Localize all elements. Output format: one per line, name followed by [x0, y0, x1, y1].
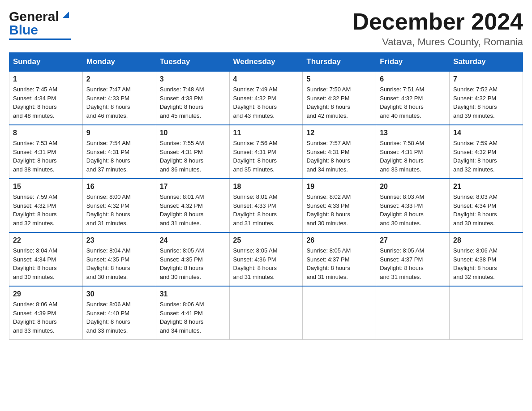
- day-number: 9: [86, 129, 152, 137]
- calendar-week-row: 8 Sunrise: 7:53 AM Sunset: 4:31 PM Dayli…: [9, 125, 523, 179]
- page-header: General Blue December 2024 Vatava, Mures…: [9, 9, 523, 48]
- table-row: 4 Sunrise: 7:49 AM Sunset: 4:32 PM Dayli…: [229, 71, 303, 125]
- day-info: Sunrise: 7:45 AM Sunset: 4:34 PM Dayligh…: [13, 85, 79, 120]
- table-row: 31 Sunrise: 8:06 AM Sunset: 4:41 PM Dayl…: [156, 286, 229, 340]
- day-number: 2: [86, 75, 152, 83]
- table-row: 10 Sunrise: 7:55 AM Sunset: 4:31 PM Dayl…: [156, 125, 229, 179]
- day-info: Sunrise: 8:04 AM Sunset: 4:34 PM Dayligh…: [13, 246, 79, 281]
- table-row: 11 Sunrise: 7:56 AM Sunset: 4:31 PM Dayl…: [229, 125, 303, 179]
- day-number: 11: [233, 129, 299, 137]
- location: Vatava, Mures County, Romania: [352, 36, 523, 48]
- logo-general-text: General: [9, 9, 59, 24]
- day-number: 26: [306, 236, 372, 244]
- day-info: Sunrise: 8:01 AM Sunset: 4:33 PM Dayligh…: [233, 193, 299, 227]
- table-row: [229, 286, 303, 340]
- day-info: Sunrise: 7:58 AM Sunset: 4:31 PM Dayligh…: [380, 139, 446, 174]
- table-row: 2 Sunrise: 7:47 AM Sunset: 4:33 PM Dayli…: [82, 71, 156, 125]
- day-info: Sunrise: 7:54 AM Sunset: 4:31 PM Dayligh…: [86, 139, 152, 174]
- day-number: 21: [453, 183, 519, 191]
- month-title: December 2024: [352, 9, 523, 34]
- col-wednesday: Wednesday: [229, 53, 303, 72]
- day-number: 31: [160, 290, 226, 298]
- logo-underline: [9, 39, 71, 40]
- day-number: 30: [86, 290, 152, 298]
- day-number: 28: [453, 236, 519, 244]
- table-row: 19 Sunrise: 8:02 AM Sunset: 4:33 PM Dayl…: [303, 179, 376, 232]
- day-info: Sunrise: 8:06 AM Sunset: 4:39 PM Dayligh…: [13, 300, 79, 335]
- day-info: Sunrise: 7:57 AM Sunset: 4:31 PM Dayligh…: [306, 139, 372, 174]
- day-number: 1: [13, 75, 79, 83]
- day-number: 23: [86, 236, 152, 244]
- table-row: [303, 286, 376, 340]
- table-row: 15 Sunrise: 7:59 AM Sunset: 4:32 PM Dayl…: [9, 179, 83, 232]
- col-sunday: Sunday: [9, 53, 83, 72]
- table-row: 18 Sunrise: 8:01 AM Sunset: 4:33 PM Dayl…: [229, 179, 303, 232]
- day-number: 10: [160, 129, 226, 137]
- day-info: Sunrise: 7:49 AM Sunset: 4:32 PM Dayligh…: [233, 85, 299, 120]
- calendar-table: Sunday Monday Tuesday Wednesday Thursday…: [9, 52, 523, 340]
- table-row: 12 Sunrise: 7:57 AM Sunset: 4:31 PM Dayl…: [303, 125, 376, 179]
- table-row: [450, 286, 523, 340]
- table-row: 7 Sunrise: 7:52 AM Sunset: 4:32 PM Dayli…: [450, 71, 523, 125]
- table-row: 14 Sunrise: 7:59 AM Sunset: 4:32 PM Dayl…: [450, 125, 523, 179]
- day-info: Sunrise: 8:01 AM Sunset: 4:32 PM Dayligh…: [160, 193, 226, 227]
- day-number: 3: [160, 75, 226, 83]
- day-info: Sunrise: 8:06 AM Sunset: 4:38 PM Dayligh…: [453, 246, 519, 281]
- table-row: 29 Sunrise: 8:06 AM Sunset: 4:39 PM Dayl…: [9, 286, 83, 340]
- table-row: 20 Sunrise: 8:03 AM Sunset: 4:33 PM Dayl…: [376, 179, 450, 232]
- table-row: 3 Sunrise: 7:48 AM Sunset: 4:33 PM Dayli…: [156, 71, 229, 125]
- table-row: 17 Sunrise: 8:01 AM Sunset: 4:32 PM Dayl…: [156, 179, 229, 232]
- day-number: 19: [306, 183, 372, 191]
- col-friday: Friday: [376, 53, 450, 72]
- table-row: 1 Sunrise: 7:45 AM Sunset: 4:34 PM Dayli…: [9, 71, 83, 125]
- day-info: Sunrise: 7:53 AM Sunset: 4:31 PM Dayligh…: [13, 139, 79, 174]
- day-number: 5: [306, 75, 372, 83]
- day-info: Sunrise: 7:55 AM Sunset: 4:31 PM Dayligh…: [160, 139, 226, 174]
- logo-blue-text: Blue: [9, 22, 38, 38]
- calendar-week-row: 29 Sunrise: 8:06 AM Sunset: 4:39 PM Dayl…: [9, 286, 523, 340]
- day-number: 16: [86, 183, 152, 191]
- svg-marker-0: [63, 12, 69, 18]
- table-row: 8 Sunrise: 7:53 AM Sunset: 4:31 PM Dayli…: [9, 125, 83, 179]
- table-row: 30 Sunrise: 8:06 AM Sunset: 4:40 PM Dayl…: [82, 286, 156, 340]
- table-row: 5 Sunrise: 7:50 AM Sunset: 4:32 PM Dayli…: [303, 71, 376, 125]
- day-number: 27: [380, 236, 446, 244]
- day-number: 25: [233, 236, 299, 244]
- table-row: 6 Sunrise: 7:51 AM Sunset: 4:32 PM Dayli…: [376, 71, 450, 125]
- day-number: 15: [13, 183, 79, 191]
- title-block: December 2024 Vatava, Mures County, Roma…: [352, 9, 523, 48]
- col-monday: Monday: [82, 53, 156, 72]
- day-number: 14: [453, 129, 519, 137]
- day-number: 4: [233, 75, 299, 83]
- logo: General Blue: [9, 9, 71, 40]
- day-info: Sunrise: 7:52 AM Sunset: 4:32 PM Dayligh…: [453, 85, 519, 120]
- calendar-header-row: Sunday Monday Tuesday Wednesday Thursday…: [9, 53, 523, 72]
- day-info: Sunrise: 7:59 AM Sunset: 4:32 PM Dayligh…: [13, 193, 79, 227]
- day-info: Sunrise: 8:05 AM Sunset: 4:37 PM Dayligh…: [306, 246, 372, 281]
- day-info: Sunrise: 8:02 AM Sunset: 4:33 PM Dayligh…: [306, 193, 372, 227]
- table-row: [376, 286, 450, 340]
- day-number: 24: [160, 236, 226, 244]
- day-info: Sunrise: 7:50 AM Sunset: 4:32 PM Dayligh…: [306, 85, 372, 120]
- day-number: 18: [233, 183, 299, 191]
- table-row: 22 Sunrise: 8:04 AM Sunset: 4:34 PM Dayl…: [9, 232, 83, 286]
- day-info: Sunrise: 7:56 AM Sunset: 4:31 PM Dayligh…: [233, 139, 299, 174]
- day-info: Sunrise: 8:05 AM Sunset: 4:36 PM Dayligh…: [233, 246, 299, 281]
- table-row: 27 Sunrise: 8:05 AM Sunset: 4:37 PM Dayl…: [376, 232, 450, 286]
- day-info: Sunrise: 7:48 AM Sunset: 4:33 PM Dayligh…: [160, 85, 226, 120]
- table-row: 25 Sunrise: 8:05 AM Sunset: 4:36 PM Dayl…: [229, 232, 303, 286]
- day-info: Sunrise: 8:04 AM Sunset: 4:35 PM Dayligh…: [86, 246, 152, 281]
- table-row: 23 Sunrise: 8:04 AM Sunset: 4:35 PM Dayl…: [82, 232, 156, 286]
- day-number: 7: [453, 75, 519, 83]
- day-info: Sunrise: 8:00 AM Sunset: 4:32 PM Dayligh…: [86, 193, 152, 227]
- day-info: Sunrise: 7:47 AM Sunset: 4:33 PM Dayligh…: [86, 85, 152, 120]
- day-number: 13: [380, 129, 446, 137]
- day-info: Sunrise: 8:05 AM Sunset: 4:35 PM Dayligh…: [160, 246, 226, 281]
- day-info: Sunrise: 7:51 AM Sunset: 4:32 PM Dayligh…: [380, 85, 446, 120]
- table-row: 9 Sunrise: 7:54 AM Sunset: 4:31 PM Dayli…: [82, 125, 156, 179]
- day-number: 29: [13, 290, 79, 298]
- day-info: Sunrise: 8:06 AM Sunset: 4:40 PM Dayligh…: [86, 300, 152, 335]
- col-thursday: Thursday: [303, 53, 376, 72]
- calendar-week-row: 22 Sunrise: 8:04 AM Sunset: 4:34 PM Dayl…: [9, 232, 523, 286]
- logo-triangle-icon: [61, 10, 71, 21]
